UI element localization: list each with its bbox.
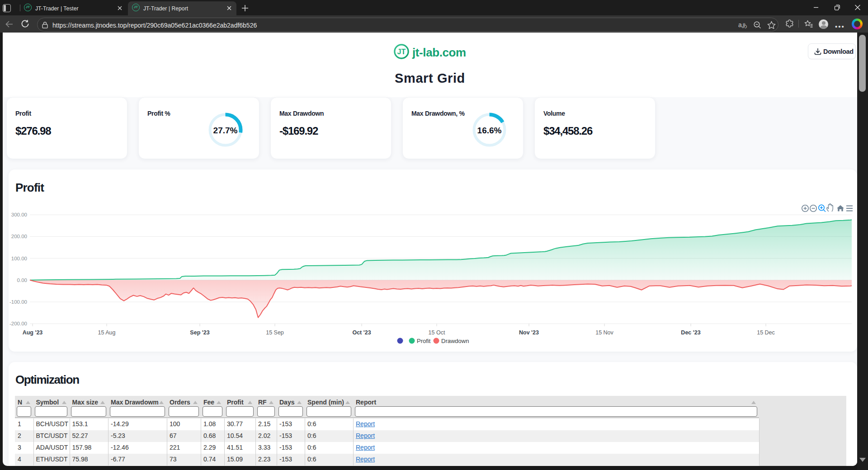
svg-text:Sep '23: Sep '23 (190, 329, 209, 336)
svg-text:Oct '23: Oct '23 (352, 329, 371, 336)
svg-text:Dec '23: Dec '23 (681, 329, 700, 336)
svg-text:100.00: 100.00 (11, 256, 27, 261)
svg-text:300.00: 300.00 (11, 212, 27, 217)
svg-text:200.00: 200.00 (11, 234, 27, 239)
svg-text:Profit: Profit (417, 338, 431, 344)
svg-text:-100.00: -100.00 (9, 299, 27, 305)
svg-text:15 Aug: 15 Aug (98, 329, 116, 336)
svg-text:15 Dec: 15 Dec (757, 329, 775, 336)
svg-text:0.00: 0.00 (17, 277, 27, 283)
svg-text:Nov '23: Nov '23 (519, 329, 539, 336)
svg-text:Drawdown: Drawdown (441, 338, 469, 344)
svg-text:15 Nov: 15 Nov (595, 329, 613, 336)
svg-text:JT: JT (397, 47, 406, 56)
svg-text:Aug '23: Aug '23 (23, 329, 43, 336)
svg-text:15 Sep: 15 Sep (266, 329, 284, 336)
svg-text:15 Oct: 15 Oct (429, 329, 445, 336)
svg-text:-200.00: -200.00 (9, 321, 27, 326)
